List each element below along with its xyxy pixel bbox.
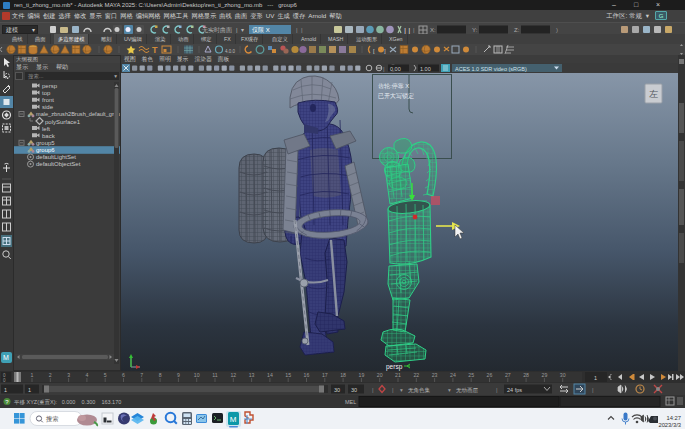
svg-text:13: 13: [249, 372, 255, 378]
svg-text:26: 26: [487, 372, 493, 378]
svg-text:Y:: Y:: [472, 27, 478, 33]
svg-text:30: 30: [334, 387, 340, 393]
svg-text:Z:: Z:: [514, 27, 520, 33]
svg-text:12: 12: [230, 372, 236, 378]
svg-text:1: 1: [4, 387, 7, 393]
svg-text:2: 2: [49, 372, 52, 378]
svg-text:无动画层: 无动画层: [456, 387, 479, 394]
svg-text:无实时曲面: 无实时曲面: [202, 26, 232, 34]
svg-text:ACES 1.0 SDR video (sRGB): ACES 1.0 SDR video (sRGB): [455, 66, 527, 72]
svg-text:defaultLightSet: defaultLightSet: [36, 154, 76, 160]
svg-text:persp: persp: [42, 83, 58, 89]
svg-text:19: 19: [359, 372, 365, 378]
svg-text:10: 10: [194, 372, 200, 378]
svg-text:14:27: 14:27: [666, 415, 681, 421]
svg-text:MEL: MEL: [345, 399, 356, 405]
svg-text:front: front: [42, 97, 54, 103]
svg-text:4.0.0: 4.0.0: [225, 49, 236, 54]
svg-text:14: 14: [267, 372, 273, 378]
svg-text:1: 1: [31, 372, 34, 378]
svg-text:1.00: 1.00: [420, 66, 431, 72]
svg-text:23: 23: [432, 372, 438, 378]
svg-text:27: 27: [505, 372, 511, 378]
svg-text:back: back: [42, 133, 56, 139]
svg-text:): ): [556, 27, 558, 33]
svg-text:polySurface1: polySurface1: [45, 119, 81, 125]
svg-text:24 fps: 24 fps: [507, 387, 522, 393]
svg-text:0.00: 0.00: [390, 66, 401, 72]
svg-text:25: 25: [468, 372, 474, 378]
svg-text:male_zbrush2Brush_default_grou: male_zbrush2Brush_default_group: [36, 111, 120, 117]
svg-text:无角色集: 无角色集: [408, 387, 431, 394]
svg-text:22: 22: [413, 372, 419, 378]
svg-text:▾: ▾: [400, 387, 403, 393]
svg-text:group5: group5: [36, 140, 55, 146]
svg-text:M: M: [3, 354, 9, 361]
svg-text:6: 6: [122, 372, 125, 378]
svg-text:30: 30: [351, 387, 357, 393]
svg-text:4: 4: [85, 372, 88, 378]
svg-text:]: ]: [384, 48, 386, 54]
svg-text:persp: persp: [386, 363, 403, 371]
svg-text:30: 30: [560, 372, 566, 378]
svg-text:21: 21: [395, 372, 401, 378]
svg-text:仅限 X: 仅限 X: [252, 27, 270, 33]
svg-text:搜索: 搜索: [46, 415, 58, 423]
svg-text:1: 1: [594, 375, 597, 381]
svg-text:齿轮:停靠 X: 齿轮:停靠 X: [378, 83, 409, 90]
svg-text:15: 15: [285, 372, 291, 378]
svg-text:9: 9: [177, 372, 180, 378]
svg-text:5: 5: [104, 372, 107, 378]
svg-text:defaultObjectSet: defaultObjectSet: [36, 161, 81, 167]
svg-text:[: [: [373, 48, 375, 54]
svg-text:| |: | |: [296, 27, 303, 33]
svg-text:平移 XYZ(重置X): 0.000 0.300: 平移 XYZ(重置X): 0.000 0.300 163.170: [14, 399, 121, 406]
svg-text:11: 11: [212, 372, 217, 378]
svg-text:18: 18: [340, 372, 346, 378]
svg-text:8: 8: [159, 372, 162, 378]
svg-text:top: top: [42, 90, 51, 96]
svg-text:▾: ▾: [448, 387, 451, 393]
svg-text:left: left: [42, 126, 50, 132]
svg-text:side: side: [42, 104, 54, 110]
svg-text:24: 24: [450, 372, 456, 378]
svg-text:2023/3/3: 2023/3/3: [658, 422, 681, 428]
svg-text:17: 17: [322, 372, 328, 378]
svg-text:已开大写锁定: 已开大写锁定: [378, 92, 414, 100]
svg-text:20: 20: [377, 372, 383, 378]
svg-text:|: |: [413, 27, 415, 33]
svg-text:T: T: [152, 45, 158, 55]
svg-text:29: 29: [542, 372, 548, 378]
svg-text:28: 28: [523, 372, 529, 378]
svg-text:7: 7: [140, 372, 143, 378]
svg-text:group6: group6: [36, 147, 55, 153]
svg-text:3: 3: [67, 372, 70, 378]
svg-text:16: 16: [304, 372, 310, 378]
svg-text:X:: X:: [430, 27, 436, 33]
svg-text:| ▾: | ▾: [236, 27, 244, 33]
svg-text:|: |: [383, 66, 385, 72]
svg-text:1: 1: [28, 387, 31, 393]
svg-text:M: M: [230, 415, 237, 424]
svg-text:左: 左: [649, 89, 658, 99]
